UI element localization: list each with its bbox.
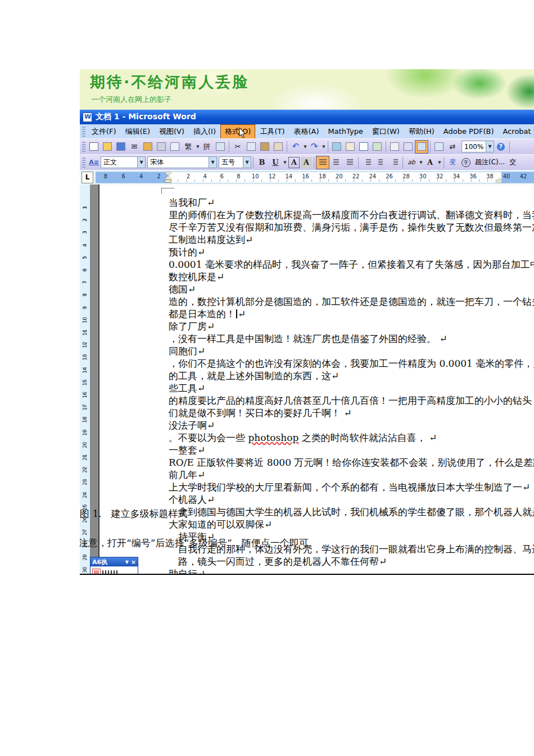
format-painter-button[interactable]	[271, 140, 285, 154]
research-button[interactable]	[214, 140, 227, 154]
menu-表格(A)[interactable]: 表格(A)	[289, 124, 324, 138]
chevron-down-icon[interactable]: ▼	[283, 160, 287, 165]
tables-borders-button[interactable]	[343, 140, 357, 154]
document-line[interactable]: 0.0001 毫米要求的样品时，我兴奋了一阵子，但紧接着又有了失落感，因为那台加…	[169, 258, 534, 271]
menu-帮助(H)[interactable]: 帮助(H)	[404, 124, 439, 138]
zoom-combobox[interactable]: 100%▼	[461, 141, 494, 152]
cut-button[interactable]: ✂	[231, 140, 245, 154]
chevron-down-icon[interactable]: ▼	[303, 145, 307, 149]
numbering-button[interactable]	[360, 156, 374, 169]
chinese-convert-button[interactable]: 繁	[182, 140, 195, 154]
document-line[interactable]: 拿到德国与德国大学生的机器人比试时，我们机械系的学生都傻了眼，那个机器人就是现在	[169, 506, 534, 518]
chevron-down-icon[interactable]: ▼	[419, 160, 423, 165]
bold-button[interactable]: B	[255, 156, 269, 169]
permission-button[interactable]	[141, 140, 155, 154]
mini-toolbar-button-icon[interactable]	[92, 569, 101, 575]
chevron-down-icon[interactable]: ▼	[196, 145, 200, 149]
styles-pane-button[interactable]: A≡	[87, 156, 101, 169]
menu-视图(V)[interactable]: 视图(V)	[155, 124, 189, 138]
spelling-button[interactable]: 拼	[200, 140, 214, 154]
toolbar-grip[interactable]	[82, 142, 85, 152]
phonetic-guide-button[interactable]: 变	[446, 156, 459, 169]
window-titlebar[interactable]: 文档 1 - Microsoft Word	[80, 110, 534, 124]
document-line[interactable]: RO/E 正版软件要将近 8000 万元啊！给你你连安装都不会装，别说使用了，什…	[169, 456, 534, 469]
copy-button[interactable]	[245, 140, 258, 154]
paste-button[interactable]	[258, 140, 271, 154]
toolbar-grip[interactable]	[82, 127, 85, 137]
underline-button[interactable]: U	[269, 156, 282, 169]
character-border-button[interactable]: A	[288, 157, 300, 168]
align-right-button[interactable]	[343, 156, 356, 169]
save-button[interactable]	[114, 140, 128, 154]
menu-MathType[interactable]: MathType	[324, 125, 368, 138]
chevron-down-icon[interactable]: ▼	[486, 141, 494, 152]
undo-button[interactable]: ↶	[289, 140, 302, 154]
document-line[interactable]: 的工具，就是上述外国制造的东西，这↵	[169, 370, 534, 382]
enclose-characters-button[interactable]: 字	[459, 156, 473, 169]
justify-button[interactable]	[316, 156, 329, 169]
style-combobox[interactable]: 正文 ▼	[101, 156, 146, 168]
chevron-down-icon[interactable]: ▼	[209, 157, 216, 168]
print-preview-button[interactable]	[168, 140, 182, 154]
document-line[interactable]: 助自行↵	[169, 568, 534, 575]
document-line[interactable]: ，你们不是搞这个的也许没有深刻的体会，我要加工一件精度为 0.0001 毫米的零…	[169, 357, 534, 370]
chart-button[interactable]	[401, 140, 415, 154]
increase-indent-button[interactable]	[387, 156, 401, 169]
horizontal-ruler[interactable]: 8642246810121416182022242628303234363840…	[96, 172, 534, 183]
toolbar-grip[interactable]	[82, 158, 85, 168]
document-line[interactable]: 大家知道的可以双脚保↵	[169, 518, 534, 530]
document-line[interactable]: 们就是做不到啊！买日本的要好几千啊！ ↵	[169, 407, 534, 419]
document-line[interactable]: 个机器人↵	[169, 493, 534, 506]
menu-Acrobat 注释[interactable]: Acrobat 注释	[499, 124, 534, 138]
document-line[interactable]: 预计的↵	[169, 246, 534, 258]
columns-button[interactable]	[388, 140, 401, 154]
chevron-down-icon[interactable]: ▼	[322, 145, 326, 149]
document-line[interactable]: 上大学时我们学校的大厅里看新闻，个个系的都有，当电视播放日本大学生制造了一↵	[169, 481, 534, 493]
character-shading-button[interactable]: A	[301, 157, 312, 168]
document-line[interactable]: 当我和厂↵	[169, 196, 534, 209]
document-line[interactable]: 除了厂房↵	[169, 320, 534, 332]
menu-格式(O)[interactable]: 格式(O)	[220, 124, 255, 138]
document-line[interactable]: 数控机床是↵	[169, 271, 534, 283]
document-line[interactable]: 没法子啊↵	[169, 419, 534, 431]
decrease-indent-button[interactable]	[374, 156, 387, 169]
document-map-button[interactable]	[432, 140, 446, 154]
font-size-combobox[interactable]: 五号 ▼	[219, 156, 251, 168]
insert-excel-button[interactable]	[370, 140, 384, 154]
document-line[interactable]: 工制造出精度达到↵	[169, 233, 534, 246]
indent-marker[interactable]	[165, 172, 171, 183]
document-line[interactable]: 前几年↵	[169, 469, 534, 481]
print-button[interactable]	[155, 140, 168, 154]
chevron-down-icon[interactable]: ▼	[243, 157, 251, 168]
chevron-down-icon[interactable]: ▼	[437, 160, 442, 165]
menu-Adobe PDF(B)[interactable]: Adobe PDF(B)	[439, 125, 499, 138]
cross-reference-button[interactable]: 交	[507, 158, 518, 167]
document-line[interactable]: 路，镜头一闪而过，更多的是机器人不靠任何帮↵	[169, 555, 534, 568]
chevron-down-icon[interactable]: ▼	[125, 560, 129, 565]
hyperlink-button[interactable]	[330, 140, 343, 154]
first-line-indent-icon[interactable]	[165, 172, 171, 176]
document-line[interactable]: 一整套↵	[169, 444, 534, 456]
document-line[interactable]: 里的师傅们在为了使数控机床提高一级精度而不分白夜进行调试、翻译德文资料时，当我费	[169, 209, 534, 221]
document-line[interactable]: 的精度要比产品的精度高好几倍甚至几十倍几百倍！一把用于高精度加工的小小的钻头，咱	[169, 394, 534, 407]
highlight-button[interactable]: ab	[405, 156, 418, 169]
left-indent-icon[interactable]	[165, 179, 171, 183]
font-color-button[interactable]: A	[423, 156, 437, 169]
drawing-button[interactable]	[415, 140, 428, 154]
document-line[interactable]: 德国↵	[169, 283, 534, 295]
mini-toolbar-titlebar[interactable]: A6执 ▼ ×	[90, 557, 138, 566]
close-icon[interactable]: ×	[131, 559, 136, 566]
open-folder-button[interactable]	[101, 140, 114, 154]
document-line[interactable]: 尽千辛万苦又没有假期和加班费、满身污垢，满手是伤，操作失败了无数次但最终第一次加	[169, 221, 534, 233]
document-line[interactable]: 些工具↵	[169, 382, 534, 394]
help-button[interactable]: ?	[494, 140, 508, 154]
redo-button[interactable]: ↷	[307, 140, 321, 154]
menu-窗口(W)[interactable]: 窗口(W)	[368, 124, 404, 138]
mail-button[interactable]: ✉	[128, 140, 141, 154]
document-text[interactable]: 当我和厂↵里的师傅们在为了使数控机床提高一级精度而不分白夜进行调试、翻译德文资料…	[169, 196, 534, 575]
hanging-indent-icon[interactable]	[165, 176, 171, 179]
show-hide-marks-button[interactable]: ⇄	[446, 140, 459, 154]
document-line[interactable]: 同胞们↵	[169, 345, 534, 357]
new-document-button[interactable]	[87, 140, 101, 154]
chevron-down-icon[interactable]: ▼	[137, 157, 145, 168]
